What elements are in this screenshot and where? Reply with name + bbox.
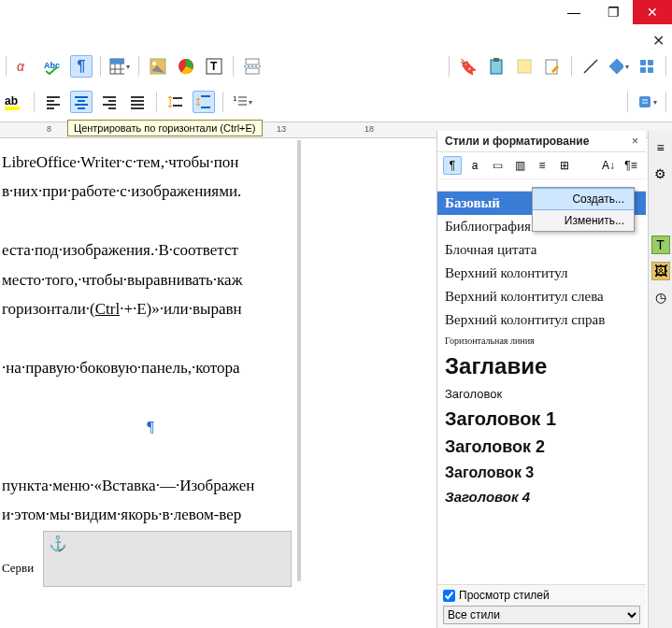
svg-text:T: T <box>210 60 218 73</box>
window-maximize-button[interactable]: ❐ <box>593 0 633 24</box>
style-item[interactable]: Заголовок 4 <box>437 485 646 508</box>
style-item[interactable]: Заголовок 1 <box>437 405 646 434</box>
style-filter-select[interactable]: Все стили <box>443 606 640 624</box>
style-item[interactable]: Верхний колонтитул <box>437 262 646 285</box>
context-menu-item[interactable]: Изменить... <box>533 210 634 231</box>
document-area[interactable]: LibreOffice·Writer·с·тем,·чтобы·пон в·ни… <box>0 140 301 581</box>
svg-rect-25 <box>648 67 653 73</box>
sidebar-tab-bar: ≡ ⚙ T 🖼 ◷ <box>648 131 672 628</box>
style-item[interactable]: Заголовок <box>437 383 646 405</box>
table-insert-icon[interactable] <box>108 55 131 78</box>
sidebar-properties-icon[interactable]: ≡ <box>651 138 670 157</box>
svg-rect-23 <box>648 60 653 65</box>
sidebar-styles-icon[interactable]: T <box>651 236 670 254</box>
toolbar-separator <box>665 92 666 112</box>
toolbar-separator <box>222 92 223 112</box>
shape-tool-icon[interactable] <box>608 55 630 78</box>
dec-spacing-icon[interactable] <box>193 91 215 113</box>
align-right-icon[interactable] <box>98 91 121 113</box>
page-break-icon[interactable] <box>241 55 264 78</box>
doc-line: еста·под·изображения.·В·соответст <box>2 236 299 264</box>
panel-close-button[interactable]: × <box>632 135 638 148</box>
svg-rect-14 <box>246 68 259 74</box>
svg-point-9 <box>152 62 156 65</box>
preview-styles-checkbox[interactable]: Просмотр стилей <box>443 589 640 602</box>
chart-insert-icon[interactable] <box>175 55 197 78</box>
doc-fragment-label: Серви <box>2 561 34 576</box>
svg-rect-16 <box>491 60 502 74</box>
page-styles-icon[interactable]: ▥ <box>510 156 529 175</box>
sidebar-navigator-icon[interactable]: ◷ <box>651 288 670 307</box>
fill-format-icon[interactable]: A↓ <box>599 156 618 175</box>
highlight-color-icon[interactable]: ab <box>4 91 26 113</box>
ruler-mark: 13 <box>277 124 286 134</box>
paragraph-styles-icon[interactable]: ¶ <box>443 156 462 175</box>
window-close-button[interactable]: ✕ <box>633 0 672 24</box>
list-styles-icon[interactable]: ≡ <box>533 156 551 175</box>
align-center-icon[interactable] <box>70 91 93 113</box>
svg-rect-19 <box>546 60 557 74</box>
svg-rect-18 <box>518 60 531 73</box>
toolbar-separator <box>6 56 7 77</box>
ruler-mark: 8 <box>47 124 51 134</box>
line-spacing-icon[interactable]: 1 <box>231 91 253 113</box>
window-minimize-button[interactable]: — <box>554 0 593 24</box>
clipboard-icon[interactable] <box>485 55 508 78</box>
image-insert-icon[interactable] <box>147 55 169 78</box>
paragraph-settings-icon[interactable] <box>636 91 658 113</box>
doc-line: ·на·правую·боковую·панель,·котора <box>2 353 299 382</box>
preview-styles-input[interactable] <box>443 590 455 602</box>
context-menu: Создать...Изменить... <box>532 187 635 232</box>
style-item[interactable]: Заглавие <box>437 350 646 383</box>
ruler-mark: 18 <box>365 124 374 134</box>
image-placeholder[interactable] <box>43 531 292 587</box>
paragraph-mark-icon: ¶ <box>2 412 299 441</box>
style-list[interactable]: БазовыйБиблиографияБлочная цитатаВерхний… <box>437 191 646 581</box>
style-item[interactable]: Верхний колонтитул справ <box>437 308 646 332</box>
sidebar-settings-icon[interactable]: ⚙ <box>651 164 670 183</box>
textbox-insert-icon[interactable]: T <box>203 55 225 78</box>
align-justify-icon[interactable] <box>126 91 149 113</box>
svg-rect-13 <box>246 59 259 64</box>
toolbar-separator <box>233 56 234 77</box>
table-styles-icon[interactable]: ⊞ <box>555 156 574 175</box>
document-close-button[interactable]: ✕ <box>652 32 665 50</box>
style-item[interactable]: Блочная цитата <box>437 238 646 262</box>
context-menu-item[interactable]: Создать... <box>533 188 634 210</box>
svg-rect-24 <box>640 67 646 73</box>
line-tool-icon[interactable] <box>579 55 602 78</box>
doc-line: пункта·меню·«Вставка·—·Изображен <box>2 471 299 500</box>
spellcheck-icon[interactable]: Abc <box>42 55 64 78</box>
svg-line-20 <box>584 60 597 73</box>
toolbar-separator <box>571 56 572 77</box>
note-icon[interactable] <box>513 55 536 78</box>
toolbar-separator <box>138 56 139 77</box>
toolbar-separator <box>34 92 35 112</box>
align-left-icon[interactable] <box>42 91 64 113</box>
sidebar-gallery-icon[interactable]: 🖼 <box>651 262 670 280</box>
grid-tool-icon[interactable] <box>636 55 658 78</box>
anchor-icon[interactable]: ⚓ <box>49 535 67 552</box>
inc-spacing-icon[interactable] <box>164 91 187 113</box>
new-style-icon[interactable]: ¶≡ <box>622 156 640 175</box>
svg-text:ab: ab <box>5 94 18 107</box>
panel-title-label: Стили и форматирование <box>445 135 589 148</box>
doc-line: в·них·при·работе·с·изображениями. <box>2 177 299 206</box>
style-item[interactable]: Заголовок 3 <box>437 461 646 485</box>
preview-styles-label: Просмотр стилей <box>459 589 550 602</box>
toolbar-separator <box>100 56 101 77</box>
autocorrect-icon[interactable]: α <box>14 55 36 78</box>
formatting-marks-icon[interactable]: ¶ <box>70 55 93 78</box>
doc-line: LibreOffice·Writer·с·тем,·чтобы·пон <box>2 148 299 177</box>
svg-text:1: 1 <box>233 94 237 103</box>
svg-text:α: α <box>17 59 25 74</box>
toolbar-separator <box>449 56 450 77</box>
edit-doc-icon[interactable] <box>541 55 564 78</box>
bookmark-icon[interactable]: 🔖 <box>457 55 479 78</box>
character-styles-icon[interactable]: a <box>465 156 484 175</box>
style-item[interactable]: Горизонтальная линия <box>437 332 646 350</box>
svg-text:Abc: Abc <box>44 61 60 70</box>
style-item[interactable]: Заголовок 2 <box>437 434 646 461</box>
style-item[interactable]: Верхний колонтитул слева <box>437 285 646 308</box>
frame-styles-icon[interactable]: ▭ <box>488 156 507 175</box>
